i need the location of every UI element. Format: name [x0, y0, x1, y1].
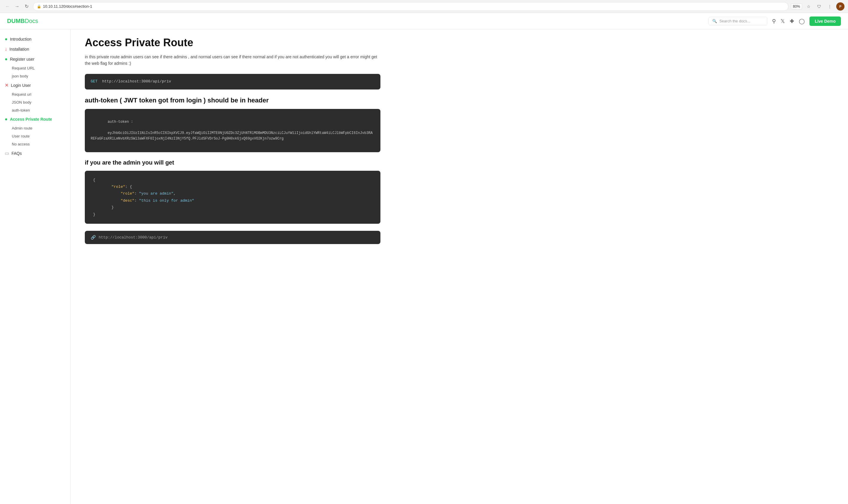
square-icon: ▭ — [5, 150, 9, 156]
endpoint-url: http://localhost:3000/api/priv — [102, 79, 171, 84]
sidebar-item-login-user[interactable]: ✕ Login User — [0, 80, 70, 90]
support-icon[interactable]: ◯ — [799, 18, 805, 24]
json-key-desc: "desc" — [121, 198, 134, 203]
nav-right: 🔍 Search the docs... ⚲ 𝕏 ✚ ◯ Live Demo — [708, 17, 841, 26]
forward-button[interactable]: → — [13, 2, 21, 11]
sidebar-label-introduction: Introduction — [10, 37, 32, 41]
json-val-desc: "this is only for admin" — [139, 198, 194, 203]
nav-buttons: ← → ↻ — [3, 2, 31, 11]
sidebar-subitem-request-url-login[interactable]: Request url — [0, 90, 70, 98]
bottom-url: http://localhost:3000/api/priv — [98, 235, 167, 240]
logo-bold: DUMB — [7, 18, 25, 24]
lock-icon: 🔒 — [37, 4, 41, 8]
menu-icon[interactable]: ⋮ — [826, 2, 834, 11]
sidebar-label-access: Access Private Route — [10, 117, 52, 122]
content-area: Access Private Route in this private rou… — [71, 30, 395, 504]
sidebar-item-faqs[interactable]: ▭ FAQs — [0, 148, 70, 158]
github-icon[interactable]: ⚲ — [772, 18, 776, 24]
sidebar: ● Introduction ↓ Installation ● Register… — [0, 30, 71, 504]
sidebar-subitem-no-access[interactable]: No access — [0, 140, 70, 148]
page-title: Access Private Route — [85, 36, 380, 49]
search-placeholder: Search the docs... — [719, 19, 750, 23]
x-icon: ✕ — [5, 83, 8, 88]
url-text: 10.10.11.120/docs#section-1 — [43, 4, 92, 8]
admin-json-block: { "role": { "role": "you are admin", "de… — [85, 171, 380, 224]
search-icon: 🔍 — [712, 19, 717, 23]
circle-icon-2: ● — [5, 56, 8, 62]
sidebar-item-access-private-route[interactable]: ● Access Private Route — [0, 114, 70, 124]
json-val-role: "you are admin" — [139, 191, 174, 196]
sidebar-label-faqs: FAQs — [12, 151, 22, 156]
sidebar-subitem-json-body-login[interactable]: JSON body — [0, 98, 70, 106]
search-bar[interactable]: 🔍 Search the docs... — [708, 17, 767, 25]
sidebar-label-installation: Installation — [10, 47, 29, 52]
reload-button[interactable]: ↻ — [22, 2, 31, 11]
auth-token-label: auth-token : — [108, 120, 133, 124]
sidebar-subitem-json-body[interactable]: json body — [0, 72, 70, 80]
circle-icon-3: ● — [5, 116, 8, 122]
auth-token-heading: auth-token ( JWT token got from login ) … — [85, 96, 380, 104]
bookmark-button[interactable]: ☆ — [805, 2, 813, 11]
json-key-role: "role" — [111, 184, 125, 189]
logo-light: Docs — [25, 18, 38, 24]
page-description: in this private route admin users can se… — [85, 54, 380, 67]
top-nav: DUMBDocs 🔍 Search the docs... ⚲ 𝕏 ✚ ◯ Li… — [0, 13, 848, 30]
endpoint-method: GET — [91, 79, 97, 84]
sidebar-item-introduction[interactable]: ● Introduction — [0, 34, 70, 44]
shield-icon[interactable]: 🛡 — [815, 2, 823, 11]
link-icon: 🔗 — [91, 235, 96, 240]
app-container: DUMBDocs 🔍 Search the docs... ⚲ 𝕏 ✚ ◯ Li… — [0, 13, 848, 504]
browser-actions: 80% ☆ 🛡 ⋮ P — [791, 2, 845, 11]
circle-icon: ● — [5, 36, 8, 42]
twitter-icon[interactable]: 𝕏 — [780, 18, 785, 24]
sidebar-label-register: Register user — [10, 57, 34, 61]
auth-token-code-block: auth-token : eyJhbGciOiJIUzI1NiIsInR5cCI… — [85, 109, 380, 152]
zoom-badge[interactable]: 80% — [791, 3, 802, 10]
sidebar-label-login: Login User — [11, 83, 31, 88]
bottom-code-bar: 🔗 http://localhost:3000/api/priv — [85, 231, 380, 244]
sidebar-subitem-auth-token[interactable]: auth-token — [0, 106, 70, 114]
arrow-down-icon: ↓ — [5, 47, 7, 52]
endpoint-code-block: GET http://localhost:3000/api/priv — [85, 74, 380, 90]
sidebar-item-register-user[interactable]: ● Register user — [0, 54, 70, 64]
back-button[interactable]: ← — [3, 2, 12, 11]
admin-section-heading: if you are the admin you will get — [85, 159, 380, 166]
sidebar-item-installation[interactable]: ↓ Installation — [0, 44, 70, 54]
slack-icon[interactable]: ✚ — [790, 18, 794, 24]
logo: DUMBDocs — [7, 18, 38, 24]
json-key-role-inner: "role" — [121, 191, 134, 196]
avatar: P — [836, 2, 845, 11]
auth-token-value: eyJhbGciOiJIUzI1NiIsInR5cCI6IkpXVCJ9.eyJ… — [91, 131, 373, 141]
sidebar-subitem-user-route[interactable]: User route — [0, 132, 70, 140]
live-demo-button[interactable]: Live Demo — [809, 17, 841, 26]
sidebar-subitem-request-url[interactable]: Request URL — [0, 64, 70, 72]
address-bar[interactable]: 🔒 10.10.11.120/docs#section-1 — [33, 2, 789, 11]
main-layout: ● Introduction ↓ Installation ● Register… — [0, 30, 848, 504]
browser-chrome: ← → ↻ 🔒 10.10.11.120/docs#section-1 80% … — [0, 0, 848, 13]
sidebar-subitem-admin-route[interactable]: Admin route — [0, 124, 70, 132]
